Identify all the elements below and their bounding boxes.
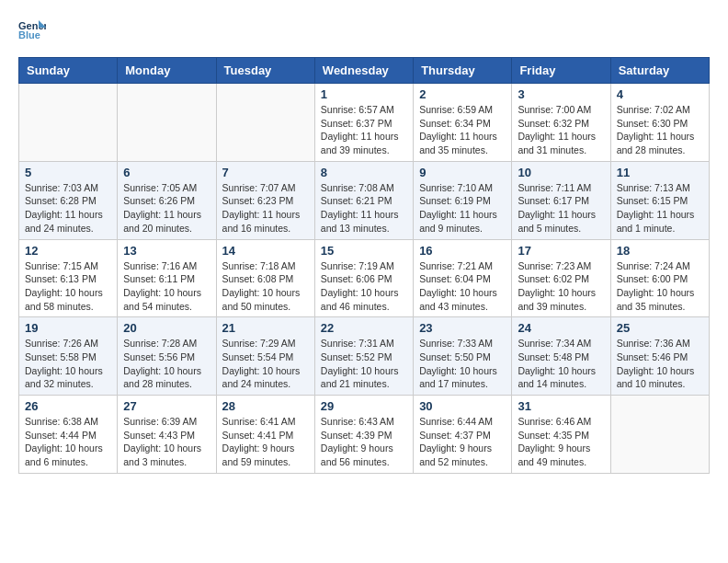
day-number: 23 [419,321,506,335]
header-monday: Monday [118,58,216,84]
calendar-cell: 25Sunrise: 7:36 AM Sunset: 5:46 PM Dayli… [610,317,709,396]
day-number: 18 [617,244,703,258]
day-info: Sunrise: 7:33 AM Sunset: 5:50 PM Dayligh… [419,337,506,391]
calendar-cell: 27Sunrise: 6:39 AM Sunset: 4:43 PM Dayli… [118,396,216,474]
day-number: 31 [518,399,604,413]
calendar-cell: 2Sunrise: 6:59 AM Sunset: 6:34 PM Daylig… [414,84,512,162]
day-info: Sunrise: 7:34 AM Sunset: 5:48 PM Dayligh… [518,337,604,391]
day-info: Sunrise: 7:29 AM Sunset: 5:54 PM Dayligh… [222,337,309,391]
calendar-cell: 9Sunrise: 7:10 AM Sunset: 6:19 PM Daylig… [414,161,512,239]
calendar-week-row: 26Sunrise: 6:38 AM Sunset: 4:44 PM Dayli… [19,396,710,474]
day-info: Sunrise: 6:41 AM Sunset: 4:41 PM Dayligh… [222,415,309,469]
calendar-cell: 23Sunrise: 7:33 AM Sunset: 5:50 PM Dayli… [414,317,512,396]
calendar-cell: 31Sunrise: 6:46 AM Sunset: 4:35 PM Dayli… [512,396,610,474]
calendar-week-row: 19Sunrise: 7:26 AM Sunset: 5:58 PM Dayli… [19,317,710,396]
day-number: 11 [617,166,703,179]
calendar-cell: 1Sunrise: 6:57 AM Sunset: 6:37 PM Daylig… [314,84,413,162]
calendar-cell: 14Sunrise: 7:18 AM Sunset: 6:08 PM Dayli… [216,239,314,317]
header-thursday: Thursday [414,58,512,84]
day-info: Sunrise: 6:46 AM Sunset: 4:35 PM Dayligh… [518,415,604,469]
day-number: 27 [123,399,210,413]
calendar-cell: 28Sunrise: 6:41 AM Sunset: 4:41 PM Dayli… [216,396,314,474]
day-info: Sunrise: 7:28 AM Sunset: 5:56 PM Dayligh… [123,337,210,391]
calendar-cell: 26Sunrise: 6:38 AM Sunset: 4:44 PM Dayli… [19,396,118,474]
calendar-week-row: 1Sunrise: 6:57 AM Sunset: 6:37 PM Daylig… [19,84,710,162]
day-info: Sunrise: 7:02 AM Sunset: 6:30 PM Dayligh… [617,103,703,157]
calendar-cell: 13Sunrise: 7:16 AM Sunset: 6:11 PM Dayli… [118,239,216,317]
calendar-cell: 24Sunrise: 7:34 AM Sunset: 5:48 PM Dayli… [512,317,610,396]
calendar-cell: 30Sunrise: 6:44 AM Sunset: 4:37 PM Dayli… [414,396,512,474]
day-info: Sunrise: 7:26 AM Sunset: 5:58 PM Dayligh… [25,337,111,391]
day-info: Sunrise: 7:05 AM Sunset: 6:26 PM Dayligh… [123,181,210,236]
day-info: Sunrise: 7:07 AM Sunset: 6:23 PM Dayligh… [222,181,309,236]
calendar-cell [118,84,216,162]
calendar: SundayMondayTuesdayWednesdayThursdayFrid… [18,57,710,474]
calendar-cell: 12Sunrise: 7:15 AM Sunset: 6:13 PM Dayli… [19,239,118,317]
day-number: 4 [617,87,703,101]
day-info: Sunrise: 6:57 AM Sunset: 6:37 PM Dayligh… [321,103,407,157]
calendar-cell: 19Sunrise: 7:26 AM Sunset: 5:58 PM Dayli… [19,317,118,396]
day-info: Sunrise: 7:23 AM Sunset: 6:02 PM Dayligh… [518,259,604,314]
calendar-cell: 7Sunrise: 7:07 AM Sunset: 6:23 PM Daylig… [216,161,314,239]
calendar-cell: 17Sunrise: 7:23 AM Sunset: 6:02 PM Dayli… [512,239,610,317]
day-number: 9 [419,166,506,179]
header-sunday: Sunday [19,58,118,84]
day-number: 15 [321,244,407,258]
day-info: Sunrise: 7:19 AM Sunset: 6:06 PM Dayligh… [321,259,407,314]
calendar-cell: 4Sunrise: 7:02 AM Sunset: 6:30 PM Daylig… [610,84,709,162]
calendar-cell: 22Sunrise: 7:31 AM Sunset: 5:52 PM Dayli… [314,317,413,396]
day-info: Sunrise: 7:03 AM Sunset: 6:28 PM Dayligh… [25,181,111,236]
day-number: 25 [617,321,703,335]
calendar-cell: 11Sunrise: 7:13 AM Sunset: 6:15 PM Dayli… [610,161,709,239]
calendar-cell: 29Sunrise: 6:43 AM Sunset: 4:39 PM Dayli… [314,396,413,474]
day-info: Sunrise: 7:13 AM Sunset: 6:15 PM Dayligh… [617,181,703,236]
calendar-cell [610,396,709,474]
calendar-cell [19,84,118,162]
day-number: 20 [123,321,210,335]
calendar-cell: 20Sunrise: 7:28 AM Sunset: 5:56 PM Dayli… [118,317,216,396]
day-number: 29 [321,399,407,413]
day-number: 10 [518,166,604,179]
day-info: Sunrise: 6:39 AM Sunset: 4:43 PM Dayligh… [123,415,210,469]
calendar-cell [216,84,314,162]
calendar-cell: 10Sunrise: 7:11 AM Sunset: 6:17 PM Dayli… [512,161,610,239]
logo: General Blue [18,18,48,40]
day-number: 16 [419,244,506,258]
calendar-cell: 8Sunrise: 7:08 AM Sunset: 6:21 PM Daylig… [314,161,413,239]
day-number: 28 [222,399,309,413]
day-info: Sunrise: 7:31 AM Sunset: 5:52 PM Dayligh… [321,337,407,391]
header-tuesday: Tuesday [216,58,314,84]
calendar-cell: 21Sunrise: 7:29 AM Sunset: 5:54 PM Dayli… [216,317,314,396]
calendar-week-row: 5Sunrise: 7:03 AM Sunset: 6:28 PM Daylig… [19,161,710,239]
day-number: 7 [222,166,309,179]
day-info: Sunrise: 7:24 AM Sunset: 6:00 PM Dayligh… [617,259,703,314]
day-info: Sunrise: 7:16 AM Sunset: 6:11 PM Dayligh… [123,259,210,314]
day-number: 3 [518,87,604,101]
calendar-cell: 6Sunrise: 7:05 AM Sunset: 6:26 PM Daylig… [118,161,216,239]
svg-text:Blue: Blue [18,29,40,40]
logo-icon: General Blue [18,18,46,40]
day-number: 17 [518,244,604,258]
calendar-cell: 15Sunrise: 7:19 AM Sunset: 6:06 PM Dayli… [314,239,413,317]
calendar-header-row: SundayMondayTuesdayWednesdayThursdayFrid… [19,58,710,84]
day-number: 24 [518,321,604,335]
day-info: Sunrise: 7:08 AM Sunset: 6:21 PM Dayligh… [321,181,407,236]
day-info: Sunrise: 7:15 AM Sunset: 6:13 PM Dayligh… [25,259,111,314]
day-number: 6 [123,166,210,179]
day-info: Sunrise: 7:18 AM Sunset: 6:08 PM Dayligh… [222,259,309,314]
day-info: Sunrise: 7:10 AM Sunset: 6:19 PM Dayligh… [419,181,506,236]
calendar-week-row: 12Sunrise: 7:15 AM Sunset: 6:13 PM Dayli… [19,239,710,317]
day-number: 19 [25,321,111,335]
day-number: 2 [419,87,506,101]
header-saturday: Saturday [610,58,709,84]
day-number: 14 [222,244,309,258]
calendar-cell: 3Sunrise: 7:00 AM Sunset: 6:32 PM Daylig… [512,84,610,162]
day-info: Sunrise: 7:11 AM Sunset: 6:17 PM Dayligh… [518,181,604,236]
day-number: 13 [123,244,210,258]
day-number: 12 [25,244,111,258]
day-info: Sunrise: 6:38 AM Sunset: 4:44 PM Dayligh… [25,415,111,469]
day-number: 8 [321,166,407,179]
day-number: 21 [222,321,309,335]
calendar-cell: 18Sunrise: 7:24 AM Sunset: 6:00 PM Dayli… [610,239,709,317]
day-info: Sunrise: 7:21 AM Sunset: 6:04 PM Dayligh… [419,259,506,314]
